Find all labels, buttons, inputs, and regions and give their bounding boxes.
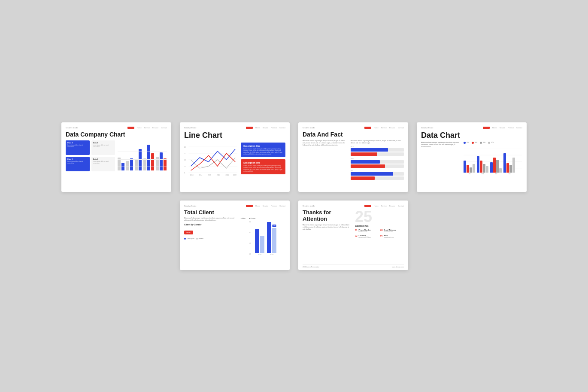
slide-3-brand: Creative Inside [303,127,315,129]
slide-5-nav-service: Service [263,205,268,207]
slide-3-data-and-fact[interactable]: Creative Inside Home Service Finance Con… [298,122,408,192]
slide-3-nav-service: Service [381,127,387,129]
slide-6-nav-dot [364,205,371,207]
slide-2-desc-text-1: Lorem Ipsum is simply dummy text of the … [243,148,283,155]
slide-2-desc-title-2: Description Two [243,161,283,164]
slide-5-total-client[interactable]: Creative Inside Home Service Finance Con… [180,201,290,270]
slide-6-contact-items: 01 Phone Number foundation.com 03 Email … [355,229,404,238]
slide-5-y-axis: 80 60 40 20 [249,221,252,255]
slide-1-data-company-chart[interactable]: Creative Inside Home Service Finance Con… [61,122,171,192]
slide-4-bars-wrapper: Jan Feb [464,149,515,175]
slide-4-bar-mar-3 [496,160,499,173]
slide-1-card-c: Data C Lorem ipsum dolor sit amet consec… [66,157,90,171]
slide-6-footer-left: 2019 Lorem Presentation [303,266,319,268]
slide-4-legend: 27% 46% 48% 27% [464,142,522,144]
slide-6-contact-label-1: Phone Number [359,229,371,231]
slide-5-bars-groups: 2021 180 2023 [255,221,276,255]
slide-5-chart-legend: ● Blue ● Primer [240,217,255,219]
slide-5-bar-2023-blue [267,222,271,253]
slides-container: Creative Inside Home Service Finance Con… [61,122,527,270]
slide-6-nav-home: Home [374,205,379,207]
slide-6-big-number: 25 [355,209,404,225]
slide-4-group-jan: Jan [464,161,475,175]
slide-4-bar-jan-4 [473,164,475,173]
slide-2-header: Creative Inside Home Service Finance Con… [184,127,285,129]
slide-4-bar-jun-4 [512,158,515,173]
slide-1-chart [118,140,167,171]
slide-1-nav: Home Service Finance Contact [127,127,167,129]
slide-4-legend-label-1: 27% [467,142,469,143]
slide-4-bar-mar-2 [493,158,496,173]
slide-2-line-chart[interactable]: Creative Inside Home Service Finance Con… [180,122,290,192]
slide-5-label-2023: 2023 [270,254,273,255]
slide-6-contact-info-1: Phone Number foundation.com [359,229,371,233]
slide-4-bar-feb-2 [480,161,482,173]
slide-5-title: Total Client [184,209,285,216]
svg-text:2015: 2015 [208,174,211,176]
slide-6-right-inner: 25 [355,209,404,225]
slide-5-nav-dot [246,205,253,207]
slide-4-legend-dot-1 [464,142,466,144]
slide-4-data-chart[interactable]: Creative Inside Home Service Finance Con… [417,122,527,192]
slide-6-contact-2: 02 Location Amaphone 27, Maced [355,234,379,238]
slide-4-nav-service: Service [500,127,505,129]
slide-3-text: Maecenas finibus augue eget tempor tinci… [303,140,347,147]
slide-4-legend-label-4: 27% [491,142,494,143]
line-chart-svg: 25 20 15 10 5 2013 2014 2 [184,143,237,177]
slide-4-legend-4: 27% [488,142,494,144]
slide-4-group-feb: Feb [477,156,488,175]
svg-text:2022: 2022 [233,174,236,176]
slide-4-right: 27% 46% 48% 27% [464,142,522,176]
slide-5-label-2021: 2021 [258,254,261,255]
slide-5-nav-contact: Contact [279,205,285,207]
slide-6-contact-val-2: Amaphone 27, Maced [359,237,371,238]
slide-4-brand: Creative Inside [421,127,433,129]
slide-6-right: 25 Contact Us 01 Phone Number foundation… [355,209,404,238]
slide-6-contact-info-3: Email Address foundation.com [384,229,396,233]
slide-4-legend-3: 48% [480,142,485,144]
slide-4-text: Maecenas finibus augue eget tempor tinci… [421,142,460,149]
slide-3-hbar-2: 2020 [351,158,404,168]
slide-5-legend-2: Sit Amet [196,238,203,240]
slide-6-contact-val-3: foundation.com [384,231,396,233]
slide-2-desc-box-2: Description Two Lorem Ipsum is simply du… [241,159,285,174]
slide-3-hbar-1: 2019 [351,146,404,156]
slide-2-desc-text-2: Lorem Ipsum is simply dummy text of the … [243,165,283,172]
slide-3-content: Maecenas finibus augue eget tempor tinci… [303,140,404,182]
slide-5-legend-1: Lorem Ipsum [184,238,194,240]
slide-1-brand: Creative Inside [66,127,78,129]
slide-1-card-c-title: Data C [67,158,88,160]
slide-4-group-feb-bars [477,156,488,173]
slide-5-legend-label-1: Lorem Ipsum [187,238,194,240]
slide-1-nav-dot [127,127,134,129]
slide-4-nav-finance: Finance [508,127,514,129]
slide-4-nav-dot [483,127,490,129]
slide-1-nav-home: Home [137,127,142,129]
slide-2-chart-area: 25 20 15 10 5 2013 2014 2 [184,143,237,177]
slide-1-cards: Data A Lorem ipsum dolor sit amet consec… [66,140,115,171]
slide-5-group-2021: 2021 [255,229,264,255]
slide-6-thanks[interactable]: Creative Inside Home Service Finance Con… [298,201,408,270]
slide-4-bar-jan-2 [467,165,469,173]
svg-text:2019: 2019 [225,174,229,176]
slide-4-title: Data Chart [421,131,522,140]
slide-1-nav-service: Service [144,127,150,129]
svg-text:15: 15 [184,159,186,161]
slide-3-right: Maecenas finibus augue eget tempor tinci… [351,140,404,182]
slide-4-group-jan-bars [464,161,475,173]
slide-1-title: Data Company Chart [66,131,167,138]
slide-4-bar-jun-2 [506,163,509,173]
slide-4-bar-jan-3 [470,167,472,173]
slide-5-gender-label: Client By Gender [184,223,238,226]
slide-5-chart-legend-blue: ● Blue [240,217,246,219]
slide-5-right: ● Blue ● Primer 80 60 40 20 [240,217,285,255]
slide-6-contact-3: 03 Email Address foundation.com [380,229,404,233]
slide-4-bar-mar-4 [499,168,502,173]
slide-2-desc: Description One Lorem Ipsum is simply du… [241,143,285,177]
slide-2-title: Line Chart [184,131,285,140]
slide-4-nav: Home Service Finance Contact [483,127,522,129]
svg-text:2017: 2017 [217,174,220,176]
slide-5-legend-dot-1 [184,238,186,240]
slides-row-1: Creative Inside Home Service Finance Con… [61,122,527,192]
slide-6-footer-right: www.domain.com [392,266,404,268]
